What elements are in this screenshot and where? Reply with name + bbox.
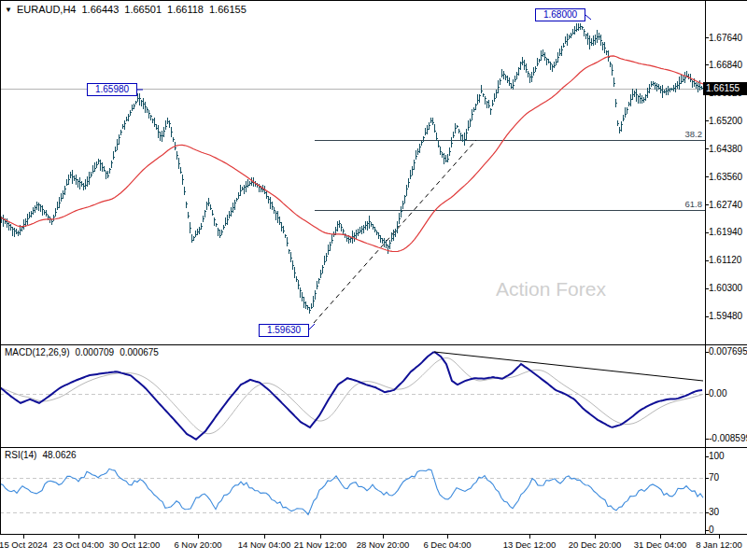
y-axis-tick-label: 1.59480: [709, 311, 742, 321]
symbol-dropdown-icon[interactable]: ▼: [5, 6, 12, 14]
macd-axis-tick-label: 0.00: [709, 388, 726, 399]
y-axis-tick-label: 1.60300: [709, 283, 742, 293]
quote-low: 1.66118: [167, 4, 204, 15]
current-price-label: 1.66155: [703, 82, 747, 95]
rsi-indicator-name: RSI(14): [5, 450, 36, 460]
rsi-axis-tick-label: 30: [709, 507, 719, 517]
y-axis-tick-label: 1.65200: [709, 116, 742, 126]
rsi-panel-title: RSI(14)48.0626: [5, 450, 82, 460]
y-axis-tick-label: 1.61940: [709, 227, 742, 237]
y-axis-tick-label: 1.63560: [709, 172, 742, 182]
price-marker-1-59630[interactable]: 1.59630: [259, 324, 309, 337]
rsi-axis-tick-label: 100: [709, 451, 725, 461]
macd-axis-tick-label: 0.007695: [709, 346, 747, 357]
macd-axis-tick-label: -0.008599: [709, 433, 747, 443]
x-axis-tick-label: 6 Dec 04:00: [405, 539, 489, 550]
symbol-period: EURAUD,H4: [17, 4, 77, 15]
chart-header: ▼EURAUD,H41.664431.665011.661181.66155: [5, 4, 252, 15]
trading-chart-window: Action Forex ▼EURAUD,H41.664431.665011.6…: [0, 0, 747, 560]
quote-high: 1.66501: [124, 4, 162, 15]
price-marker-1-65980[interactable]: 1.65980: [87, 83, 137, 96]
marker-connector: [309, 324, 315, 329]
rsi-line: [0, 469, 703, 514]
marker-connector: [585, 15, 591, 20]
macd-indicator-name: MACD(12,26,9): [5, 347, 69, 357]
macd-value-main: 0.000709: [75, 347, 114, 357]
fib-level-label-38.2: 38.2: [646, 129, 702, 139]
macd-panel-title: MACD(12,26,9)0.0007090.000675: [5, 347, 164, 357]
rsi-axis-tick-label: 0: [709, 525, 714, 535]
fib-level-label-61.8: 61.8: [646, 199, 702, 209]
y-axis-tick-label: 1.64380: [709, 144, 742, 154]
y-axis-tick-label: 1.67640: [709, 33, 742, 43]
watermark: Action Forex: [496, 278, 606, 301]
macd-value-signal: 0.000675: [120, 347, 159, 357]
y-axis-tick-label: 1.66840: [709, 60, 742, 70]
y-axis-tick-label: 1.61120: [709, 255, 741, 265]
rsi-value: 48.0626: [42, 450, 76, 460]
price-marker-1-68000[interactable]: 1.68000: [535, 8, 585, 21]
macd-trendline[interactable]: [434, 352, 703, 381]
rsi-axis-tick-label: 70: [709, 472, 719, 483]
quote-close: 1.66155: [209, 4, 247, 15]
candlestick-close-ticks: [2, 26, 705, 310]
macd-main-line: [0, 353, 702, 440]
y-axis-tick-label: 1.62740: [709, 200, 742, 210]
x-axis-tick-label: 8 Jan 12:00: [677, 539, 747, 550]
quote-open: 1.66443: [82, 4, 120, 15]
candlestick-series: [2, 23, 704, 314]
